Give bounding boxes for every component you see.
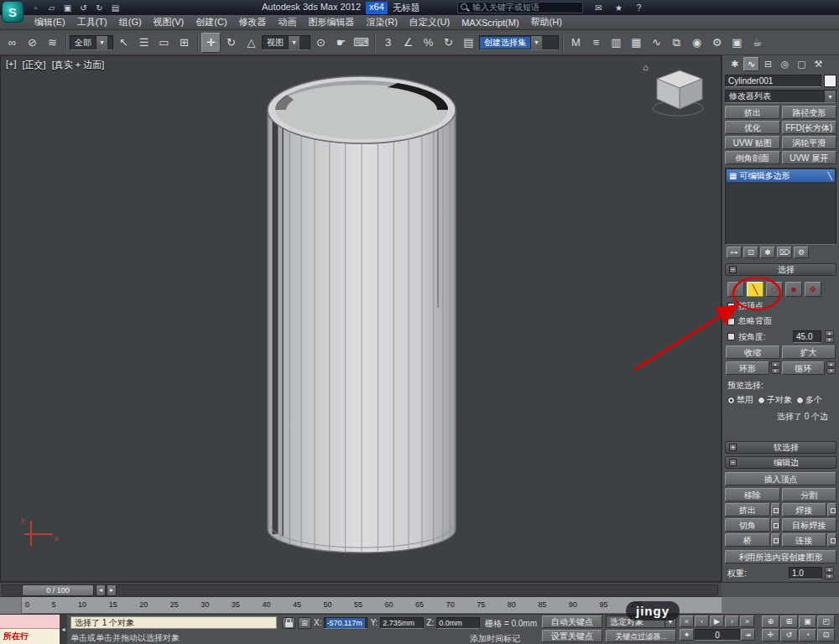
weight-spinner[interactable]: ▲▼: [825, 567, 834, 579]
menu-item[interactable]: 编辑(E): [29, 14, 71, 30]
menu-item[interactable]: 工具(T): [71, 14, 113, 30]
play-button[interactable]: ▶: [710, 615, 724, 627]
reference-coordinate-dropdown[interactable]: 视图▼: [262, 35, 310, 50]
set-key-button[interactable]: 设置关键点: [542, 630, 602, 642]
orbit-icon[interactable]: ↺: [780, 629, 798, 641]
add-time-tag[interactable]: 添加时间标记: [470, 633, 520, 644]
select-and-manipulate-icon[interactable]: ☛: [331, 33, 351, 53]
ring-spinner[interactable]: ▲▼: [771, 361, 780, 374]
tab-create[interactable]: ✱: [727, 57, 743, 71]
goto-start-button[interactable]: «: [680, 615, 694, 627]
align-icon[interactable]: ≡: [586, 33, 606, 53]
object-name-field[interactable]: Cylinder001: [725, 75, 821, 87]
viewcube[interactable]: ⌂: [650, 66, 709, 118]
next-frame-button[interactable]: ›: [725, 615, 739, 627]
settings-box-button[interactable]: [771, 518, 780, 532]
ignore-backfacing-checkbox[interactable]: [727, 318, 735, 325]
angle-value-field[interactable]: 45.0: [793, 330, 821, 343]
preview-option[interactable]: 禁用: [727, 394, 753, 406]
menu-item[interactable]: 视图(V): [148, 14, 190, 30]
mirror-icon[interactable]: M: [566, 33, 586, 53]
modifier-button[interactable]: 挤出: [725, 106, 780, 119]
menu-item[interactable]: 创建(C): [190, 14, 232, 30]
edit-edge-button[interactable]: 桥: [725, 533, 770, 547]
rollout-selection[interactable]: − 选择: [725, 263, 836, 276]
help-icon[interactable]: ?: [632, 2, 646, 14]
menu-item[interactable]: 图形编辑器: [303, 14, 361, 30]
selection-lock-icon[interactable]: [282, 617, 295, 629]
modifier-button[interactable]: 优化: [725, 121, 780, 134]
rendered-frame-icon[interactable]: ▣: [727, 33, 747, 53]
graphite-ribbon-icon[interactable]: ▦: [627, 33, 646, 53]
selection-filter-dropdown[interactable]: 全部▼: [70, 35, 113, 50]
border-subobject-icon[interactable]: ◇: [766, 282, 783, 297]
menu-item[interactable]: 组(G): [113, 14, 148, 30]
settings-box-button[interactable]: [771, 503, 780, 517]
track-bar[interactable]: 0510152025303540455055606570758085909510…: [0, 597, 722, 614]
settings-box-button[interactable]: [771, 533, 780, 547]
configure-modifier-sets-icon[interactable]: ⚙: [794, 247, 809, 258]
x-coordinate-field[interactable]: -570.117m: [324, 617, 367, 629]
goto-end-button[interactable]: »: [740, 615, 754, 627]
save-file-icon[interactable]: ▣: [60, 2, 75, 14]
modifier-stack[interactable]: ▦ 可编辑多边形 ╲: [725, 168, 836, 245]
ring-button[interactable]: 环形: [726, 361, 769, 375]
edit-edge-button[interactable]: 分割: [782, 488, 837, 501]
percent-snap-icon[interactable]: %: [419, 33, 438, 53]
use-pivot-center-icon[interactable]: ⊙: [311, 33, 331, 53]
listener-expand-handle[interactable]: ◂: [60, 615, 67, 644]
listener-line[interactable]: 所在行: [0, 629, 67, 644]
modifier-button[interactable]: UVW 贴图: [725, 136, 780, 149]
loop-button[interactable]: 循环: [782, 361, 826, 375]
preview-option[interactable]: 子对象: [758, 394, 792, 406]
shrink-button[interactable]: 收缩: [726, 345, 780, 359]
rollout-edit-edges[interactable]: − 编辑边: [725, 456, 836, 469]
edit-edge-button[interactable]: 目标焊接: [782, 518, 837, 532]
modifier-button[interactable]: UVW 展开: [782, 151, 837, 164]
pan-icon[interactable]: ✛: [762, 629, 779, 641]
angle-snap-icon[interactable]: ∠: [399, 33, 418, 53]
favorites-icon[interactable]: ★: [612, 2, 626, 14]
stack-item-editable-poly[interactable]: ▦ 可编辑多边形 ╲: [727, 169, 835, 182]
schematic-view-icon[interactable]: ⧉: [667, 33, 686, 53]
zoom-all-icon[interactable]: ⊞: [780, 615, 798, 628]
material-editor-icon[interactable]: ◉: [687, 33, 706, 53]
zoom-icon[interactable]: ⊕: [762, 615, 779, 628]
edge-subobject-icon[interactable]: ╲: [747, 282, 763, 297]
by-angle-checkbox[interactable]: [727, 333, 735, 340]
keyboard-override-icon[interactable]: ⌨: [352, 33, 371, 53]
bind-to-spacewarp-icon[interactable]: ≋: [43, 33, 62, 53]
current-frame-field[interactable]: 0: [695, 629, 740, 641]
orthographic-viewport[interactable]: [+][正交][真实 + 边面]: [0, 55, 722, 582]
polygon-subobject-icon[interactable]: ■: [785, 282, 802, 297]
key-filters-button[interactable]: 关键点过滤器...: [606, 630, 676, 642]
grow-button[interactable]: 扩大: [782, 345, 836, 359]
weight-field[interactable]: 1.0: [789, 567, 822, 579]
tab-motion[interactable]: ◎: [777, 57, 793, 71]
cylinder-object[interactable]: [1, 56, 722, 582]
tab-hierarchy[interactable]: ⊟: [760, 57, 776, 71]
edit-edge-button[interactable]: 切角: [725, 518, 770, 532]
remove-modifier-icon[interactable]: ⌦: [777, 247, 792, 258]
infocenter-search-input[interactable]: 输入关键字或短语: [457, 2, 583, 13]
preview-option[interactable]: 多个: [796, 394, 822, 406]
object-color-swatch[interactable]: [824, 75, 836, 87]
maximize-viewport-icon[interactable]: ⊡: [817, 629, 835, 641]
window-crossing-icon[interactable]: ⊞: [175, 33, 194, 53]
communication-center-icon[interactable]: ✉: [591, 2, 606, 14]
maxscript-mini-listener[interactable]: 所在行 ◂: [0, 615, 67, 644]
edit-edge-button[interactable]: 移除: [725, 488, 780, 501]
absolute-mode-toggle-icon[interactable]: ⊞: [298, 617, 311, 629]
modifier-list-dropdown[interactable]: 修改器列表 ▼: [725, 90, 836, 103]
menu-item[interactable]: 帮助(H): [525, 14, 568, 30]
rect-selection-region-icon[interactable]: ▭: [154, 33, 174, 53]
project-folder-icon[interactable]: ▤: [108, 2, 122, 14]
y-coordinate-field[interactable]: 2.735mm: [380, 617, 424, 629]
spinner-snap-icon[interactable]: ↻: [439, 33, 458, 53]
redo-icon[interactable]: ↻: [92, 2, 107, 14]
z-coordinate-field[interactable]: 0.0mm: [436, 617, 480, 629]
time-slider-next[interactable]: ▸: [107, 584, 117, 596]
auto-key-button[interactable]: 自动关键点: [542, 615, 602, 628]
home-icon[interactable]: ⌂: [643, 62, 649, 72]
angle-spinner[interactable]: ▲▼: [825, 330, 834, 343]
